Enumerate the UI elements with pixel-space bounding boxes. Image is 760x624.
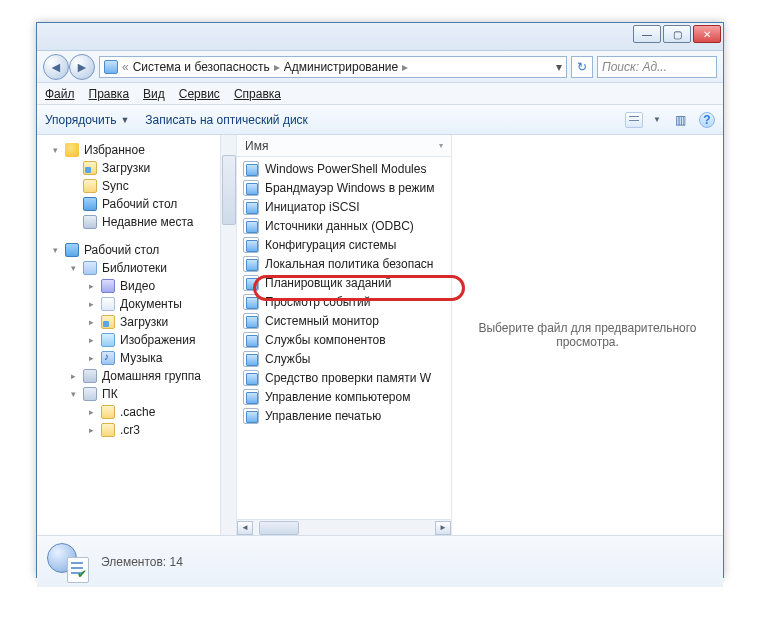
shortcut-icon bbox=[243, 351, 259, 367]
video-icon bbox=[101, 279, 115, 293]
expand-icon[interactable]: ▸ bbox=[87, 317, 96, 327]
file-item[interactable]: Службы bbox=[237, 349, 451, 368]
file-item[interactable]: Управление печатью bbox=[237, 406, 451, 425]
nav-pc-cache[interactable]: ▸.cache bbox=[45, 403, 236, 421]
collapse-icon[interactable]: ▾ bbox=[51, 145, 60, 155]
close-button[interactable]: ✕ bbox=[693, 25, 721, 43]
organize-button[interactable]: Упорядочить▼ bbox=[45, 113, 129, 127]
view-options-button[interactable] bbox=[625, 112, 643, 128]
scroll-left-button[interactable]: ◄ bbox=[237, 521, 253, 535]
nav-item-downloads[interactable]: Загрузки bbox=[45, 159, 236, 177]
collapse-icon[interactable]: ▾ bbox=[69, 389, 78, 399]
file-item[interactable]: Средство проверки памяти W bbox=[237, 368, 451, 387]
nav-pc[interactable]: ▾ПК bbox=[45, 385, 236, 403]
scrollbar-thumb[interactable] bbox=[259, 521, 299, 535]
breadcrumb-seg1[interactable]: Система и безопасность bbox=[133, 60, 270, 74]
expand-icon[interactable]: ▸ bbox=[87, 425, 96, 435]
menu-help[interactable]: Справка bbox=[234, 87, 281, 101]
horizontal-scrollbar[interactable]: ◄ ► bbox=[237, 519, 451, 535]
sort-indicator-icon: ▾ bbox=[439, 141, 443, 150]
file-item-label: Службы bbox=[265, 352, 310, 366]
menu-view[interactable]: Вид bbox=[143, 87, 165, 101]
nav-lib-documents[interactable]: ▸Документы bbox=[45, 295, 236, 313]
folder-icon bbox=[101, 423, 115, 437]
file-item[interactable]: Системный монитор bbox=[237, 311, 451, 330]
scroll-right-button[interactable]: ► bbox=[435, 521, 451, 535]
file-item-label: Источники данных (ODBC) bbox=[265, 219, 414, 233]
address-dropdown[interactable]: ▾ bbox=[556, 60, 562, 74]
user-icon bbox=[83, 387, 97, 401]
collapse-icon[interactable]: ▾ bbox=[69, 263, 78, 273]
nav-pc-cr3[interactable]: ▸.cr3 bbox=[45, 421, 236, 439]
expand-icon[interactable]: ▸ bbox=[87, 281, 96, 291]
file-item[interactable]: Брандмауэр Windows в режим bbox=[237, 178, 451, 197]
file-item-label: Брандмауэр Windows в режим bbox=[265, 181, 435, 195]
help-button[interactable]: ? bbox=[699, 112, 715, 128]
maximize-button[interactable]: ▢ bbox=[663, 25, 691, 43]
menu-edit[interactable]: Правка bbox=[89, 87, 130, 101]
expand-icon[interactable]: ▸ bbox=[87, 335, 96, 345]
nav-item-recent[interactable]: Недавние места bbox=[45, 213, 236, 231]
nav-homegroup[interactable]: ▸Домашняя группа bbox=[45, 367, 236, 385]
titlebar[interactable]: — ▢ ✕ bbox=[37, 23, 723, 51]
search-placeholder: Поиск: Ад... bbox=[602, 60, 667, 74]
nav-desktop[interactable]: ▾Рабочий стол bbox=[45, 241, 236, 259]
nav-lib-pictures[interactable]: ▸Изображения bbox=[45, 331, 236, 349]
file-item-label: Планировщик заданий bbox=[265, 276, 391, 290]
file-item[interactable]: Управление компьютером bbox=[237, 387, 451, 406]
preview-pane-button[interactable]: ▥ bbox=[671, 112, 689, 128]
nav-lib-music[interactable]: ▸Музыка bbox=[45, 349, 236, 367]
nav-favorites[interactable]: ▾Избранное bbox=[45, 141, 236, 159]
nav-lib-downloads[interactable]: ▸Загрузки bbox=[45, 313, 236, 331]
chevron-right-icon: ▸ bbox=[274, 60, 280, 74]
nav-scrollbar[interactable] bbox=[220, 135, 236, 535]
chevron-down-icon[interactable]: ▼ bbox=[653, 115, 661, 124]
nav-libraries[interactable]: ▾Библиотеки bbox=[45, 259, 236, 277]
file-item[interactable]: Источники данных (ODBC) bbox=[237, 216, 451, 235]
shortcut-icon bbox=[243, 332, 259, 348]
expand-icon[interactable]: ▸ bbox=[87, 353, 96, 363]
folder-icon bbox=[101, 405, 115, 419]
menu-file[interactable]: Файл bbox=[45, 87, 75, 101]
toolbar: Упорядочить▼ Записать на оптический диск… bbox=[37, 105, 723, 135]
expand-icon[interactable]: ▸ bbox=[87, 299, 96, 309]
status-count: Элементов: 14 bbox=[101, 555, 183, 569]
star-icon bbox=[65, 143, 79, 157]
shortcut-icon bbox=[243, 256, 259, 272]
forward-button[interactable]: ► bbox=[69, 54, 95, 80]
search-input[interactable]: Поиск: Ад... bbox=[597, 56, 717, 78]
file-item[interactable]: Локальная политика безопасн bbox=[237, 254, 451, 273]
shortcut-icon bbox=[243, 294, 259, 310]
file-item[interactable]: Инициатор iSCSI bbox=[237, 197, 451, 216]
minimize-button[interactable]: — bbox=[633, 25, 661, 43]
breadcrumb-seg2[interactable]: Администрирование bbox=[284, 60, 398, 74]
nav-lib-video[interactable]: ▸Видео bbox=[45, 277, 236, 295]
file-item[interactable]: Планировщик заданий bbox=[237, 273, 451, 292]
file-item[interactable]: Конфигурация системы bbox=[237, 235, 451, 254]
scrollbar-thumb[interactable] bbox=[222, 155, 236, 225]
expand-icon[interactable]: ▸ bbox=[69, 371, 78, 381]
file-item-label: Службы компонентов bbox=[265, 333, 386, 347]
column-header-name[interactable]: Имя▾ bbox=[237, 135, 451, 157]
shortcut-icon bbox=[243, 237, 259, 253]
menu-bar: Файл Правка Вид Сервис Справка bbox=[37, 83, 723, 105]
file-item[interactable]: Просмотр событий bbox=[237, 292, 451, 311]
file-item[interactable]: Windows PowerShell Modules bbox=[237, 159, 451, 178]
crumb-root-sep: « bbox=[122, 60, 129, 74]
menu-tools[interactable]: Сервис bbox=[179, 87, 220, 101]
status-icon: ✔ bbox=[47, 541, 89, 583]
nav-item-desktop[interactable]: Рабочий стол bbox=[45, 195, 236, 213]
address-bar[interactable]: « Система и безопасность ▸ Администриров… bbox=[99, 56, 567, 78]
file-item-label: Инициатор iSCSI bbox=[265, 200, 360, 214]
burn-button[interactable]: Записать на оптический диск bbox=[145, 113, 308, 127]
back-button[interactable]: ◄ bbox=[43, 54, 69, 80]
nav-item-sync[interactable]: Sync bbox=[45, 177, 236, 195]
shortcut-icon bbox=[243, 218, 259, 234]
file-item[interactable]: Службы компонентов bbox=[237, 330, 451, 349]
shortcut-icon bbox=[243, 370, 259, 386]
collapse-icon[interactable]: ▾ bbox=[51, 245, 60, 255]
homegroup-icon bbox=[83, 369, 97, 383]
refresh-button[interactable]: ↻ bbox=[571, 56, 593, 78]
file-item-label: Локальная политика безопасн bbox=[265, 257, 433, 271]
expand-icon[interactable]: ▸ bbox=[87, 407, 96, 417]
